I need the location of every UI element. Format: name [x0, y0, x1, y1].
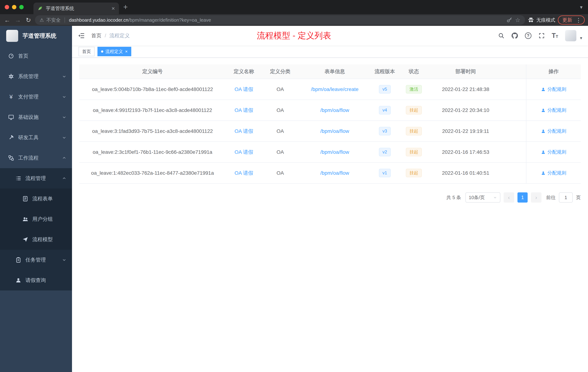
status-badge: 激活: [406, 85, 422, 94]
browser-tab[interactable]: 芋道管理系统 ×: [33, 2, 119, 14]
sidebar-item-user-group[interactable]: 用户分组: [0, 209, 72, 229]
app-navbar: 首页 / 流程定义 流程模型 - 定义列表 ?: [72, 26, 588, 45]
form-info-link[interactable]: /bpm/oa/flow: [320, 170, 349, 176]
assign-rule-link[interactable]: 分配规则: [541, 170, 566, 176]
chevron-down-icon: [62, 115, 67, 120]
avatar[interactable]: [565, 30, 576, 41]
sidebar-item-task-manage[interactable]: 任务管理: [0, 250, 72, 270]
definition-id: oa_leave:5:004b710b-7b8a-11ec-8ef0-acde4…: [79, 79, 226, 99]
sidebar: 芋道管理系统 首页 系统管理 ¥ 支付管理: [0, 26, 72, 372]
breadcrumb-separator: /: [105, 33, 106, 39]
forward-button[interactable]: →: [14, 17, 22, 24]
definition-name-link[interactable]: OA 请假: [235, 170, 253, 176]
breadcrumb-home[interactable]: 首页: [91, 32, 101, 39]
tags-view-bar: 首页 流程定义 ×: [72, 45, 588, 58]
tab-close-icon[interactable]: ×: [111, 5, 115, 11]
tab-search-chevron-icon[interactable]: ▾: [580, 4, 588, 10]
definition-name-link[interactable]: OA 请假: [235, 128, 253, 135]
sidebar-item-payment[interactable]: ¥ 支付管理: [0, 87, 72, 107]
goto-page-input[interactable]: [559, 192, 573, 203]
close-window-button[interactable]: [5, 5, 9, 9]
sidebar-item-process-manage[interactable]: 流程管理: [0, 168, 72, 188]
definition-name-link[interactable]: OA 请假: [235, 107, 253, 114]
main-area: 首页 / 流程定义 流程模型 - 定义列表 ?: [72, 26, 588, 372]
person-icon: [15, 277, 21, 283]
github-icon[interactable]: [512, 33, 518, 39]
paper-plane-icon: [22, 236, 28, 243]
col-header-actions: 操作: [526, 65, 581, 79]
logo-avatar: [6, 30, 18, 42]
prev-page-button[interactable]: ‹: [504, 192, 514, 203]
sidebar-item-infrastructure[interactable]: 基础设施: [0, 107, 72, 127]
tag-home[interactable]: 首页: [79, 47, 94, 56]
tag-process-definition[interactable]: 流程定义 ×: [97, 47, 131, 56]
assign-rule-link[interactable]: 分配规则: [541, 107, 566, 113]
definition-id: oa_leave:4:991f2193-7b7f-11ec-a3c8-acde4…: [79, 100, 226, 120]
table-header-row: 定义编号 定义名称 定义分类 表单信息 流程版本 状态 部署时间 操作: [79, 65, 581, 79]
sidebar-item-system[interactable]: 系统管理: [0, 66, 72, 87]
search-icon[interactable]: [498, 33, 504, 39]
avatar-caret-icon[interactable]: ▾: [580, 35, 582, 41]
sidebar-item-devtools[interactable]: 研发工具: [0, 127, 72, 148]
omnibox-divider: [64, 17, 65, 22]
definition-id: oa_leave:1:482ec033-762a-11ec-8477-a2380…: [79, 163, 226, 183]
definition-name-link[interactable]: OA 请假: [235, 149, 253, 156]
deploy-time: 2022-01-16 17:46:53: [429, 142, 502, 162]
bookmark-star-icon[interactable]: ☆: [515, 17, 520, 23]
tag-close-icon[interactable]: ×: [125, 49, 128, 54]
back-button[interactable]: ←: [3, 17, 11, 24]
navbar-actions: ? TT ▾: [498, 30, 582, 41]
chevron-up-icon: [62, 176, 67, 181]
incognito-icon: [528, 17, 534, 23]
form-info-link[interactable]: /bpm/oa/flow: [320, 149, 349, 155]
definition-category: OA: [262, 142, 298, 162]
definition-category: OA: [262, 121, 298, 142]
sidebar-item-leave-query[interactable]: 请假查询: [0, 270, 72, 290]
sidebar-item-workflow[interactable]: 工作流程: [0, 148, 72, 168]
sidebar-item-home[interactable]: 首页: [0, 46, 72, 66]
form-info-link[interactable]: /bpm/oa/leave/create: [311, 87, 358, 92]
chevron-down-icon: [62, 135, 67, 140]
new-tab-button[interactable]: +: [123, 3, 128, 11]
yen-icon: ¥: [8, 94, 14, 100]
status-badge: 挂起: [406, 148, 422, 156]
form-info-link[interactable]: /bpm/oa/flow: [320, 107, 349, 113]
monitor-icon: [8, 114, 14, 120]
pagination: 共 5 条 10条/页 ‹ 1 › 前往 页: [79, 192, 581, 203]
assign-rule-link[interactable]: 分配规则: [541, 149, 566, 155]
sidebar-logo[interactable]: 芋道管理系统: [0, 26, 72, 46]
assign-rule-link[interactable]: 分配规则: [541, 128, 566, 134]
font-size-icon[interactable]: TT: [552, 32, 558, 40]
version-badge: v5: [379, 85, 391, 94]
browser-update-button[interactable]: 更新 ⋮: [558, 15, 585, 25]
goto-label: 前往: [546, 194, 556, 201]
hamburger-icon[interactable]: [78, 32, 85, 39]
form-info-link[interactable]: /bpm/oa/flow: [320, 128, 349, 134]
page-size-select[interactable]: 10条/页: [465, 192, 500, 203]
key-icon[interactable]: [506, 17, 513, 23]
reload-button[interactable]: ↻: [24, 16, 32, 24]
person-icon: [541, 87, 546, 92]
col-header-spacer: [502, 65, 526, 79]
clipboard-icon: [15, 257, 21, 263]
page-number-button[interactable]: 1: [517, 192, 528, 203]
incognito-label: 无痕模式: [536, 17, 555, 23]
table-row: oa_leave:1:482ec033-762a-11ec-8477-a2380…: [79, 163, 581, 184]
next-page-button[interactable]: ›: [531, 192, 541, 203]
table-row: oa_leave:3:1fad3d93-7b75-11ec-a3c8-acde4…: [79, 121, 581, 142]
sidebar-item-process-form[interactable]: 流程表单: [0, 188, 72, 209]
address-bar[interactable]: ⚠ 不安全 dashboard.yudao.iocoder.cn/bpm/man…: [35, 15, 525, 25]
chevron-down-icon: [62, 94, 67, 99]
definition-name-link[interactable]: OA 请假: [235, 86, 253, 93]
zoom-window-button[interactable]: [19, 5, 24, 9]
fullscreen-icon[interactable]: [538, 33, 545, 39]
help-icon[interactable]: ?: [525, 33, 531, 39]
minimize-window-button[interactable]: [12, 5, 16, 9]
assign-rule-link[interactable]: 分配规则: [541, 86, 566, 92]
status-badge: 挂起: [406, 106, 422, 114]
form-icon: [22, 196, 28, 202]
browser-menu-icon[interactable]: ⋮: [575, 17, 582, 23]
deploy-time: 2022-01-22 21:48:38: [429, 79, 502, 99]
sidebar-item-process-model[interactable]: 流程模型: [0, 229, 72, 250]
page-title: 流程模型 - 定义列表: [257, 30, 331, 41]
